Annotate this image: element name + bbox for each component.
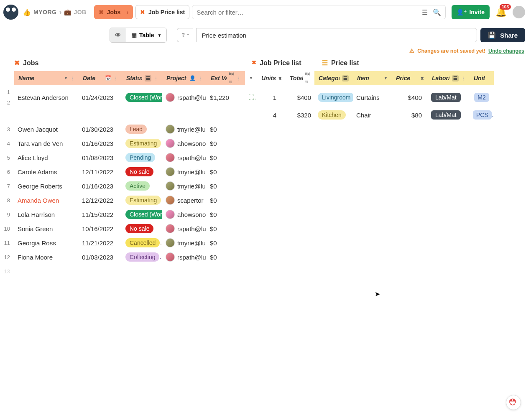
help-button[interactable]: ⛑ (506, 395, 521, 410)
cell-price[interactable]: $80 (392, 112, 428, 119)
cell-date[interactable]: 10/16/2022 (79, 225, 122, 232)
table-row[interactable]: 4 $320 Kitchen Chair $80 Lab/Mat PCS (0, 108, 531, 122)
cell-name[interactable]: Fiona Moore (14, 254, 79, 261)
cell-status[interactable]: Pending (122, 153, 162, 162)
column-est-value[interactable]: Est Value f(x)π⋮ (207, 71, 245, 85)
column-date[interactable]: Date 📅⋮ (79, 71, 122, 85)
grip-icon[interactable]: ⋮ (70, 76, 74, 81)
cell-status[interactable]: Estimating (122, 196, 162, 205)
table-row[interactable]: 9 Lola Harrison 11/15/2022 Closed (Won) … (0, 207, 531, 221)
app-logo[interactable] (3, 5, 18, 20)
notifications-button[interactable]: 🔔 103 (495, 7, 507, 18)
cell-est-value[interactable]: $0 (207, 183, 245, 190)
table-row[interactable]: 13 (0, 264, 531, 278)
cell-total[interactable]: $400 (286, 94, 314, 101)
cell-project-manager[interactable]: rspath@lu (162, 252, 207, 262)
column-status[interactable]: Status ☰⋮ (122, 71, 162, 85)
cell-status[interactable]: No sale (122, 167, 162, 176)
table-row[interactable]: 3 Owen Jacquot 01/30/2023 Lead tmyrie@lu… (0, 122, 531, 136)
table-row[interactable]: 12 Estevan Anderson 01/24/2023 Closed (W… (0, 87, 531, 108)
section-job-price-list[interactable]: ✖ Job Price list (252, 57, 322, 69)
column-project-manager[interactable]: Project M… 👤⋮ (162, 71, 207, 85)
cell-project-manager[interactable]: ahowsono (162, 139, 207, 148)
cell-est-value[interactable]: $0 (207, 239, 245, 247)
cell-units[interactable]: 4 (257, 112, 286, 119)
table-row[interactable]: 10 Sonia Green 10/16/2022 No sale rspath… (0, 221, 531, 236)
cell-est-value[interactable]: $0 (207, 225, 245, 232)
cell-status[interactable]: Lead (122, 125, 162, 134)
cell-status[interactable]: Closed (Won) (122, 93, 162, 102)
cell-name[interactable]: Owen Jacquot (14, 126, 79, 133)
cell-project-manager[interactable]: tmyrie@lu (162, 167, 207, 176)
cell-unit[interactable]: M2 (470, 93, 494, 102)
cell-project-manager[interactable]: ahowsono (162, 210, 207, 219)
cell-category[interactable]: Kitchen (314, 110, 353, 120)
cell-status[interactable]: Active (122, 181, 162, 191)
cell-status[interactable]: Collecting (122, 252, 162, 262)
column-category[interactable]: Category ☰ (314, 71, 353, 85)
cell-name[interactable]: Tara van de Ven (14, 140, 79, 147)
section-jobs[interactable]: ✖ Jobs (14, 57, 252, 69)
cell-total[interactable]: $320 (286, 112, 314, 119)
cell-project-manager[interactable]: rspath@lu (162, 224, 207, 233)
user-avatar[interactable] (513, 6, 525, 18)
cell-date[interactable]: 12/12/2022 (79, 197, 122, 204)
cell-units[interactable]: 1 (257, 94, 286, 101)
cell-date[interactable]: 11/15/2022 (79, 211, 122, 218)
cell-unit[interactable]: PCS (470, 110, 494, 120)
cell-name[interactable]: Carole Adams (14, 168, 79, 176)
document-title-input[interactable] (196, 28, 477, 42)
cell-est-value[interactable]: $0 (207, 140, 245, 147)
grip-icon[interactable]: ⋮ (461, 76, 465, 81)
cell-item[interactable]: Chair (353, 112, 392, 119)
tab-job-price-list[interactable]: ✖ Job Price list (135, 5, 189, 19)
table-row[interactable]: 8 Amanda Owen 12/12/2022 Estimating scap… (0, 193, 531, 207)
grip-icon[interactable]: ⋮ (237, 76, 241, 81)
share-button[interactable]: 💾 Share (480, 28, 525, 42)
view-table-button[interactable]: ▦ Table ▼ (126, 28, 166, 42)
grip-icon[interactable]: ⋮ (114, 76, 118, 81)
cell-project-manager[interactable]: tmyrie@lu (162, 181, 207, 191)
cell-category[interactable]: Livingroom (314, 93, 353, 102)
tab-jobs[interactable]: ✖ Jobs › (94, 5, 133, 19)
breadcrumb-org[interactable]: MYORG (33, 9, 56, 15)
cell-name[interactable]: Georgia Ross (14, 239, 79, 247)
cell-est-value[interactable]: $0 (207, 197, 245, 204)
cell-est-value[interactable]: $0 (207, 211, 245, 218)
cell-date[interactable]: 01/30/2023 (79, 126, 122, 133)
cell-est-value[interactable]: $0 (207, 126, 245, 133)
cell-project-manager[interactable]: scapertor (162, 196, 207, 205)
column-unit[interactable]: Unit (470, 71, 494, 85)
cell-est-value[interactable]: $0 (207, 168, 245, 176)
table-row[interactable]: 5 Alice Lloyd 01/08/2023 Pending rspath@… (0, 150, 531, 165)
cell-name[interactable]: Alice Lloyd (14, 154, 79, 161)
search-input[interactable] (197, 9, 418, 16)
cell-date[interactable]: 01/16/2023 (79, 183, 122, 190)
cell-name[interactable]: Estevan Anderson (14, 94, 79, 101)
cell-date[interactable]: 12/11/2022 (79, 168, 122, 176)
cell-labor[interactable]: Lab/Mat (428, 93, 470, 102)
column-price[interactable]: Price π (392, 71, 428, 85)
cell-project-manager[interactable]: rspath@lu (162, 93, 207, 102)
cell-date[interactable]: 01/16/2023 (79, 140, 122, 147)
cell-name[interactable]: Lola Harrison (14, 211, 79, 218)
cell-project-manager[interactable]: rspath@lu (162, 153, 207, 162)
cell-price[interactable]: $400 (392, 94, 428, 101)
cell-status[interactable]: No sale (122, 224, 162, 233)
cell-project-manager[interactable]: tmyrie@lu (162, 238, 207, 247)
search-icon[interactable]: 🔍 (433, 8, 441, 16)
cell-date[interactable]: 01/24/2023 (79, 94, 122, 101)
breadcrumb-job[interactable]: JOB (74, 9, 86, 15)
section-price-list[interactable]: ☰ Price list (322, 57, 359, 69)
cell-date[interactable]: 01/03/2023 (79, 254, 122, 261)
cell-item[interactable]: Curtains (353, 94, 392, 101)
cell-est-value[interactable]: $0 (207, 154, 245, 161)
column-total[interactable]: Total f(x)π (286, 71, 314, 85)
table-row[interactable]: 4 Tara van de Ven 01/16/2023 Estimating … (0, 136, 531, 150)
collapse-toggle[interactable]: ⛶ (245, 94, 257, 101)
table-row[interactable]: 6 Carole Adams 12/11/2022 No sale tmyrie… (0, 165, 531, 179)
cell-status[interactable]: Cancelled (122, 238, 162, 247)
cell-est-value[interactable]: $1,220 (207, 94, 245, 101)
column-labor-material[interactable]: Labor/Ma… ☰⋮ (428, 71, 470, 85)
cell-status[interactable]: Estimating (122, 139, 162, 148)
